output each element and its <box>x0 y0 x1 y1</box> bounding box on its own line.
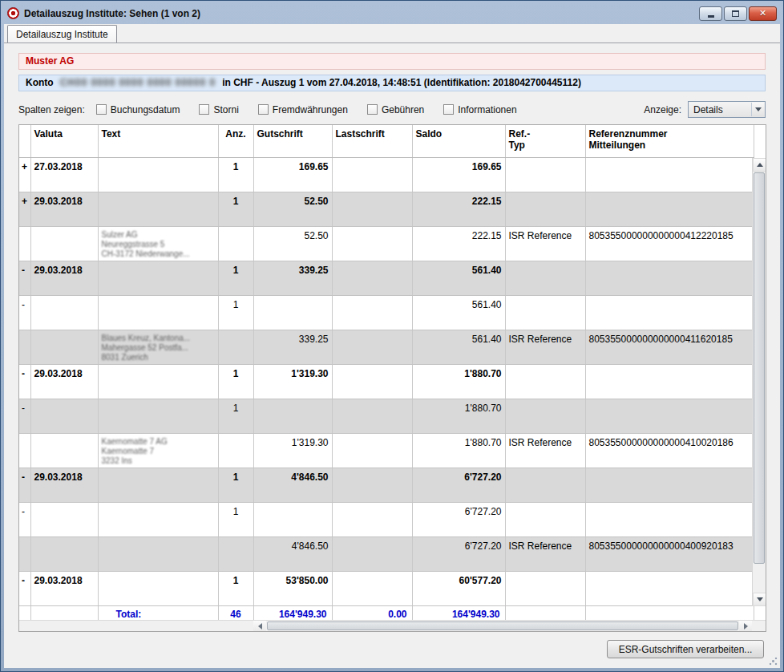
cell-sign: - <box>19 468 30 502</box>
scroll-right-button[interactable] <box>739 621 752 631</box>
arrow-left-icon <box>258 623 262 629</box>
cell-gutschrift: 339.25 <box>253 330 332 364</box>
cell-sign: + <box>19 192 30 226</box>
checkbox-box[interactable] <box>443 104 454 115</box>
minimize-button[interactable] <box>699 6 722 21</box>
cell-valuta <box>30 330 98 364</box>
cell-lastschrift <box>332 157 412 192</box>
cell-text <box>98 399 218 433</box>
anzeige-select[interactable]: Details <box>688 101 766 118</box>
horizontal-scroll-thumb[interactable] <box>267 621 738 630</box>
cell-referenz: 805355000000000000400920183 <box>585 536 754 571</box>
cell-reftyp: ISR Reference <box>505 226 585 261</box>
horizontal-scrollbar[interactable] <box>253 621 752 631</box>
cell-anz: 1 <box>218 295 253 330</box>
checkbox-box[interactable] <box>258 104 269 115</box>
tabstrip: Detailauszug Institute <box>4 24 780 43</box>
checkbox-box[interactable] <box>199 104 209 115</box>
cell-text <box>98 536 218 571</box>
cell-reftyp <box>505 502 585 536</box>
cell-reftyp <box>505 295 585 330</box>
cell-referenz <box>585 502 754 536</box>
cell-text: Blaues Kreuz, Kantona...Mahergasse 52 Po… <box>98 330 218 364</box>
cell-gutschrift: 339.25 <box>253 261 332 295</box>
table-row[interactable]: -11'880.70 <box>19 399 754 433</box>
cell-lastschrift <box>332 192 412 226</box>
cell-gutschrift: 1'319.30 <box>253 433 332 468</box>
table-row[interactable]: Kaernomatte 7 AGKaernomatte 73232 Ins1'3… <box>19 433 754 468</box>
resize-grip[interactable] <box>769 657 778 666</box>
cell-lastschrift <box>332 468 412 502</box>
cell-gutschrift: 169.65 <box>253 157 332 192</box>
cell-gutschrift <box>253 399 332 433</box>
combo-dropdown-zone[interactable] <box>751 103 764 116</box>
checkbox-box[interactable] <box>96 104 107 115</box>
table-row[interactable]: -1561.40 <box>19 295 754 330</box>
col-header-reftyp[interactable]: Ref.- Typ <box>505 125 585 157</box>
text-line: Kaernomatte 7 <box>102 447 215 456</box>
cell-text: Kaernomatte 7 AGKaernomatte 73232 Ins <box>98 433 218 468</box>
checkbox-fremdw-hrungen[interactable]: Fremdwährungen <box>258 104 348 115</box>
checkbox-geb-hren[interactable]: Gebühren <box>367 104 424 115</box>
vertical-scrollbar[interactable] <box>752 158 766 606</box>
col-header-gutschrift[interactable]: Gutschrift <box>253 125 332 157</box>
table-row[interactable]: -16'727.20 <box>19 502 754 536</box>
checkbox-box[interactable] <box>367 104 378 115</box>
scroll-up-button[interactable] <box>753 158 766 172</box>
header-row: Valuta Text Anz. Gutschrift Lastschrift … <box>19 125 754 157</box>
checkbox-storni[interactable]: Storni <box>199 104 238 115</box>
table-row[interactable]: -29.03.20181339.25561.40 <box>19 261 754 295</box>
cell-reftyp: ISR Reference <box>505 433 585 468</box>
col-header-lastschrift[interactable]: Lastschrift <box>332 125 412 157</box>
close-button[interactable]: ✕ <box>749 6 777 21</box>
checkbox-buchungsdatum[interactable]: Buchungsdatum <box>96 104 180 115</box>
window-controls: ✕ <box>699 6 777 21</box>
cell-referenz: 805355000000000000410020186 <box>585 433 754 468</box>
vertical-scroll-thumb[interactable] <box>754 172 765 564</box>
minimize-icon <box>708 15 714 18</box>
cell-valuta <box>30 399 98 433</box>
cell-valuta: 29.03.2018 <box>30 261 98 295</box>
cell-lastschrift <box>332 261 412 295</box>
cell-referenz <box>585 295 754 330</box>
table-row[interactable]: -29.03.2018153'850.0060'577.20 <box>19 571 754 605</box>
table-row[interactable]: +29.03.2018152.50222.15 <box>19 192 754 226</box>
company-banner: Muster AG <box>18 53 766 70</box>
table-row[interactable]: Sulzer AGNeureggstrasse 5CH-3172 Niederw… <box>19 226 754 261</box>
account-number-redacted: CH00 0000 0000 0000 00000 0 <box>60 77 216 88</box>
table-row[interactable]: 4'846.506'727.20ISR Reference80535500000… <box>19 536 754 571</box>
checkbox-informationen[interactable]: Informationen <box>443 104 516 115</box>
cell-lastschrift <box>332 433 412 468</box>
cell-anz: 1 <box>218 192 253 226</box>
account-details: in CHF - Auszug 1 vom 27.04.2018, 14:48:… <box>222 77 581 88</box>
maximize-button[interactable] <box>724 6 747 21</box>
filter-label: Spalten zeigen: <box>18 104 85 115</box>
cell-referenz <box>585 157 754 192</box>
cell-gutschrift: 52.50 <box>253 226 332 261</box>
cell-reftyp <box>505 157 585 192</box>
table-row[interactable]: +27.03.20181169.65169.65 <box>19 157 754 192</box>
table-row[interactable]: -29.03.201811'319.301'880.70 <box>19 364 754 399</box>
cell-sign: - <box>19 364 30 399</box>
tab-detailauszug-institute[interactable]: Detailauszug Institute <box>7 25 117 43</box>
col-header-saldo[interactable]: Saldo <box>412 125 505 157</box>
col-header-text[interactable]: Text <box>98 125 218 157</box>
table-row[interactable]: Blaues Kreuz, Kantona...Mahergasse 52 Po… <box>19 330 754 364</box>
scroll-down-button[interactable] <box>753 593 766 606</box>
esr-gutschriften-button[interactable]: ESR-Gutschriften verarbeiten... <box>607 640 764 658</box>
col-header-referenznummer[interactable]: Referenznummer Mitteilungen <box>585 125 754 157</box>
text-line: 8031 Zuerich <box>102 353 215 362</box>
cell-sign: + <box>19 157 30 192</box>
text-line: Kaernomatte 7 AG <box>102 437 215 447</box>
chevron-down-icon <box>755 107 762 111</box>
cell-gutschrift <box>253 295 332 330</box>
col-header-valuta[interactable]: Valuta <box>30 125 98 157</box>
detail-table: Valuta Text Anz. Gutschrift Lastschrift … <box>18 124 766 632</box>
cell-saldo: 6'727.20 <box>412 468 505 502</box>
scroll-left-button[interactable] <box>253 621 266 631</box>
cell-referenz <box>585 261 754 295</box>
table-row[interactable]: -29.03.201814'846.506'727.20 <box>19 468 754 502</box>
titlebar[interactable]: Detailauszug Institute: Sehen (1 von 2) … <box>3 3 781 23</box>
anzeige-group: Anzeige: Details <box>644 101 766 118</box>
col-header-anz[interactable]: Anz. <box>218 125 253 157</box>
